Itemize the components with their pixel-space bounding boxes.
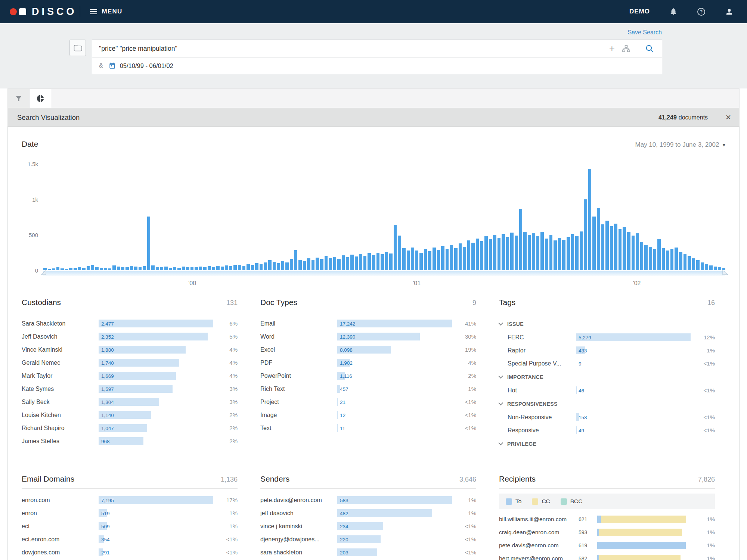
facet-row[interactable]: Hot46<1% <box>499 384 715 397</box>
search-input[interactable]: "price" "price manipulation" <box>99 45 605 53</box>
histogram-bar[interactable] <box>337 259 341 270</box>
histogram-bar[interactable] <box>238 265 241 270</box>
facet-row[interactable]: Non-Responsive158<1% <box>499 411 715 424</box>
histogram-bar[interactable] <box>186 267 189 270</box>
histogram-bar[interactable] <box>502 234 505 270</box>
facet-row[interactable]: Jeff Dasovich2,3525% <box>22 330 238 343</box>
facet-row[interactable]: vince j kaminski234<1% <box>260 520 476 533</box>
histogram-bar[interactable] <box>316 258 319 270</box>
histogram-bar[interactable] <box>277 263 280 270</box>
save-search-link[interactable]: Save Search <box>627 29 662 36</box>
histogram-bar[interactable] <box>156 267 159 270</box>
histogram-bar[interactable] <box>363 256 367 270</box>
histogram-bar[interactable] <box>515 236 518 270</box>
histogram-bar[interactable] <box>74 268 77 270</box>
histogram-bar[interactable] <box>484 236 488 270</box>
facet-row[interactable]: pete.davis@enron.com5831% <box>260 494 476 507</box>
histogram-bar[interactable] <box>554 240 557 270</box>
histogram-bar[interactable] <box>489 239 492 270</box>
histogram-bar[interactable] <box>692 258 695 270</box>
histogram-bar[interactable] <box>467 240 471 270</box>
histogram-bar[interactable] <box>108 268 112 270</box>
facet-row[interactable]: ect.enron.com354<1% <box>22 533 238 546</box>
histogram-bar[interactable] <box>195 267 198 270</box>
histogram-bar[interactable] <box>307 258 310 270</box>
facet-row[interactable]: sara shackleton203<1% <box>260 546 476 559</box>
histogram-bar[interactable] <box>688 256 691 270</box>
close-button[interactable]: ✕ <box>725 113 731 122</box>
histogram-bar[interactable] <box>567 237 570 270</box>
histogram-bar[interactable] <box>705 264 708 270</box>
histogram-bar[interactable] <box>562 240 565 270</box>
histogram-bar[interactable] <box>441 246 444 270</box>
histogram-bar[interactable] <box>260 264 263 270</box>
histogram-bar[interactable] <box>359 254 362 270</box>
facet-row[interactable]: Rich Text4571% <box>260 382 476 395</box>
search-button[interactable] <box>637 40 662 57</box>
facet-row[interactable]: Image12<1% <box>260 408 476 421</box>
histogram-bar[interactable] <box>368 253 371 270</box>
facet-row[interactable]: Kate Symes1,5973% <box>22 382 238 395</box>
histogram-bar[interactable] <box>169 268 172 270</box>
histogram-bar[interactable] <box>65 269 68 270</box>
histogram-bar[interactable] <box>571 234 574 270</box>
histogram-bar[interactable] <box>684 254 687 270</box>
histogram-bar[interactable] <box>139 267 142 270</box>
histogram-bar[interactable] <box>285 262 289 270</box>
histogram-bar[interactable] <box>437 250 440 270</box>
tab-filters[interactable] <box>8 89 30 108</box>
facet-row[interactable]: Raptor4331% <box>499 344 715 357</box>
histogram-bar[interactable] <box>147 217 151 270</box>
histogram-bar[interactable] <box>87 266 90 270</box>
histogram-bar[interactable] <box>428 251 431 270</box>
histogram-bar[interactable] <box>216 266 220 270</box>
facet-row[interactable]: FERC5,27912% <box>499 331 715 344</box>
histogram-bar[interactable] <box>342 255 345 270</box>
histogram-bar[interactable] <box>627 232 630 270</box>
histogram-bar[interactable] <box>394 225 397 270</box>
histogram-bar[interactable] <box>208 266 211 270</box>
histogram-bar[interactable] <box>61 268 64 270</box>
histogram-bar[interactable] <box>264 262 267 270</box>
histogram-bar[interactable] <box>381 254 384 270</box>
facet-row[interactable]: Email17,24241% <box>260 317 476 330</box>
histogram-bar[interactable] <box>294 250 298 270</box>
histogram-bar[interactable] <box>329 258 332 270</box>
histogram-bar[interactable] <box>644 245 648 270</box>
histogram-bar[interactable] <box>281 261 285 270</box>
histogram-bar[interactable] <box>433 248 436 270</box>
histogram-bar[interactable] <box>56 267 60 270</box>
histogram-bar[interactable] <box>666 251 669 270</box>
histogram-bar[interactable] <box>679 252 682 270</box>
facet-row[interactable]: James Steffes9682% <box>22 435 238 448</box>
histogram-bar[interactable] <box>480 241 483 270</box>
facet-row[interactable]: jeff dasovich4821% <box>260 507 476 520</box>
help-button[interactable]: ? <box>697 7 706 16</box>
recipient-row[interactable]: bert.meyers@enron.com5821% <box>499 552 715 560</box>
histogram-bar[interactable] <box>298 260 302 271</box>
histogram-bar[interactable] <box>268 260 272 270</box>
histogram-bar[interactable] <box>614 224 617 270</box>
histogram-bar[interactable] <box>640 242 644 270</box>
facet-row[interactable]: PowerPoint1,1162% <box>260 369 476 382</box>
legend-item-bcc[interactable]: BCC <box>561 498 583 505</box>
histogram-bar[interactable] <box>320 259 323 270</box>
facet-row[interactable]: Louise Kitchen1,1402% <box>22 408 238 421</box>
tag-group-header[interactable]: ISSUE <box>499 317 715 331</box>
histogram-bar[interactable] <box>549 235 553 270</box>
histogram-bar[interactable] <box>675 248 678 270</box>
histogram-bar[interactable] <box>632 236 635 270</box>
histogram-bar[interactable] <box>350 255 354 270</box>
recipient-row[interactable]: craig.dean@enron.com5931% <box>499 526 715 539</box>
histogram-bar[interactable] <box>523 232 527 270</box>
facet-row[interactable]: Mark Taylor1,6694% <box>22 369 238 382</box>
facet-row[interactable]: Richard Shapiro1,0472% <box>22 421 238 435</box>
histogram-bar[interactable] <box>134 267 137 270</box>
histogram-bar[interactable] <box>510 233 514 270</box>
brush-handle-left[interactable] <box>40 270 46 275</box>
histogram-bar[interactable] <box>333 257 337 270</box>
histogram-bar[interactable] <box>130 266 133 270</box>
user-menu-label[interactable]: DEMO <box>629 8 650 15</box>
histogram-bar[interactable] <box>199 267 202 270</box>
facet-row[interactable]: Special Purpose V...9<1% <box>499 357 715 370</box>
